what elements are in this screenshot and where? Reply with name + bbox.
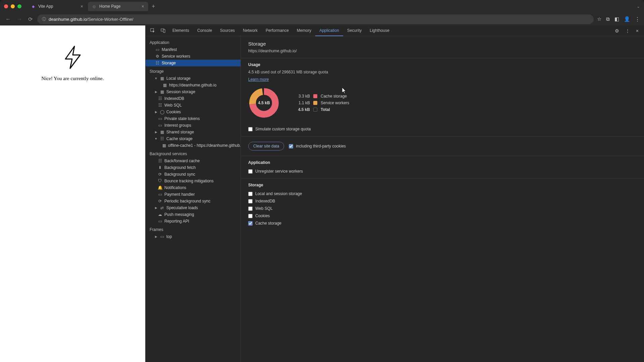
expand-icon[interactable]: ▶ bbox=[154, 206, 158, 209]
side-panel-icon[interactable]: ◧ bbox=[614, 16, 619, 22]
more-icon[interactable]: ⋮ bbox=[623, 27, 632, 35]
sidebar-label: Cookies bbox=[166, 110, 181, 114]
tab-vite-app[interactable]: ◆ Vite App × bbox=[27, 2, 87, 11]
close-tab-icon[interactable]: × bbox=[80, 4, 83, 9]
clear-site-data-button[interactable]: Clear site data bbox=[248, 142, 284, 150]
sidebar-heading-bg-services: Background services bbox=[146, 149, 240, 158]
sidebar-item-local-storage-origin[interactable]: ▦https://deanhume.github.io bbox=[146, 82, 240, 88]
inspect-element-icon[interactable] bbox=[148, 26, 158, 35]
sidebar-item-payment-handler[interactable]: ▭Payment handler bbox=[146, 191, 240, 198]
checkbox-input[interactable] bbox=[248, 206, 253, 211]
menu-icon[interactable]: ⋮ bbox=[635, 16, 640, 22]
settings-icon[interactable]: ⚙ bbox=[613, 27, 621, 35]
tab-memory[interactable]: Memory bbox=[293, 25, 315, 36]
tab-sources[interactable]: Sources bbox=[216, 25, 239, 36]
cache-storage-checkbox[interactable]: Cache storage bbox=[248, 220, 637, 227]
new-tab-button[interactable]: + bbox=[149, 3, 158, 10]
divider bbox=[241, 156, 644, 156]
sidebar-item-cache-entry[interactable]: ▦offline-cache1 - https://deanhume.githu… bbox=[146, 142, 240, 149]
checkbox-input[interactable] bbox=[248, 199, 253, 203]
expand-icon[interactable]: ▶ bbox=[154, 90, 158, 94]
back-button[interactable]: ← bbox=[4, 15, 12, 23]
favicon-icon: ◆ bbox=[31, 4, 36, 9]
simulate-quota-checkbox[interactable]: Simulate custom storage quota bbox=[248, 125, 637, 133]
minimize-window-button[interactable] bbox=[11, 4, 15, 8]
local-session-checkbox[interactable]: Local and session storage bbox=[248, 190, 637, 197]
tab-title: Home Page bbox=[99, 4, 139, 9]
tab-home-page[interactable]: ◎ Home Page × bbox=[88, 2, 148, 11]
sidebar-item-cache-storage[interactable]: ▼☷Cache storage bbox=[146, 135, 240, 142]
sidebar-item-shared-storage[interactable]: ▶▦Shared storage bbox=[146, 129, 240, 135]
tab-security[interactable]: Security bbox=[343, 25, 366, 36]
sidebar-label: Background fetch bbox=[164, 165, 196, 170]
expand-icon[interactable]: ▼ bbox=[154, 137, 158, 140]
sidebar-item-cookies[interactable]: ▶◯Cookies bbox=[146, 109, 240, 115]
expand-icon[interactable]: ▼ bbox=[154, 77, 158, 80]
reload-button[interactable]: ⟳ bbox=[27, 15, 34, 24]
tab-application[interactable]: Application bbox=[315, 25, 343, 36]
learn-more-link[interactable]: Learn more bbox=[248, 77, 269, 82]
chevron-down-icon[interactable]: ⌄ bbox=[637, 4, 640, 9]
tab-performance[interactable]: Performance bbox=[262, 25, 293, 36]
url-input[interactable]: ⓘ deanhume.github.io/Service-Worker-Offl… bbox=[37, 14, 594, 24]
bookmark-icon[interactable]: ☆ bbox=[597, 16, 601, 22]
close-window-button[interactable] bbox=[4, 4, 8, 8]
usage-legend: 3.3 kB Cache storage 1.1 kB Service work… bbox=[293, 93, 349, 113]
sidebar-label: Payment handler bbox=[164, 192, 195, 197]
close-devtools-icon[interactable]: × bbox=[634, 27, 641, 35]
legend-label: Cache storage bbox=[321, 94, 347, 99]
sidebar-item-notifications[interactable]: 🔔Notifications bbox=[146, 184, 240, 191]
sidebar-item-indexeddb[interactable]: ☷IndexedDB bbox=[146, 95, 240, 102]
sidebar-item-push-messaging[interactable]: ☁Push messaging bbox=[146, 211, 240, 218]
usage-heading: Usage bbox=[248, 62, 637, 67]
checkbox-input[interactable] bbox=[248, 214, 253, 218]
tab-console[interactable]: Console bbox=[193, 25, 216, 36]
cookies-checkbox[interactable]: Cookies bbox=[248, 212, 637, 220]
checkbox-input[interactable] bbox=[248, 192, 253, 196]
sidebar-item-websql[interactable]: ☷Web SQL bbox=[146, 102, 240, 109]
profile-icon[interactable]: 👤 bbox=[624, 16, 630, 22]
expand-icon[interactable]: ▶ bbox=[154, 235, 158, 238]
forward-button[interactable]: → bbox=[15, 15, 23, 23]
sidebar-item-bounce-tracking[interactable]: ⛉Bounce tracking mitigations bbox=[146, 178, 240, 184]
expand-icon[interactable]: ▶ bbox=[154, 110, 158, 114]
checkbox-input[interactable] bbox=[248, 221, 253, 226]
sidebar-item-back-forward-cache[interactable]: ☷Back/forward cache bbox=[146, 158, 240, 164]
sidebar-item-reporting-api[interactable]: ▭Reporting API bbox=[146, 218, 240, 225]
checkbox-input[interactable] bbox=[248, 169, 253, 174]
sidebar-item-background-sync[interactable]: ⟳Background sync bbox=[146, 171, 240, 178]
tab-network[interactable]: Network bbox=[239, 25, 262, 36]
device-toolbar-icon[interactable] bbox=[158, 26, 168, 35]
sidebar-item-background-fetch[interactable]: ⬇Background fetch bbox=[146, 164, 240, 171]
sidebar-label: Back/forward cache bbox=[164, 159, 200, 163]
checkbox-input[interactable] bbox=[289, 144, 293, 148]
websql-checkbox[interactable]: Web SQL bbox=[248, 205, 637, 212]
sidebar-item-frame-top[interactable]: ▶▭top bbox=[146, 233, 240, 240]
sidebar-item-storage[interactable]: ☷Storage bbox=[146, 60, 240, 66]
checkbox-input[interactable] bbox=[248, 127, 253, 131]
maximize-window-button[interactable] bbox=[17, 4, 21, 8]
sidebar-label: Push messaging bbox=[164, 212, 194, 217]
tab-lighthouse[interactable]: Lighthouse bbox=[366, 25, 393, 36]
sidebar-item-private-state-tokens[interactable]: ▭Private state tokens bbox=[146, 115, 240, 122]
expand-icon[interactable]: ▶ bbox=[154, 130, 158, 134]
database-icon: ☷ bbox=[158, 96, 162, 101]
legend-label: Total bbox=[321, 107, 330, 112]
unregister-sw-checkbox[interactable]: Unregister service workers bbox=[248, 168, 637, 175]
extensions-icon[interactable]: ⧉ bbox=[606, 16, 610, 22]
indexeddb-checkbox[interactable]: IndexedDB bbox=[248, 197, 637, 205]
gear-icon: ⚙ bbox=[155, 54, 160, 59]
sidebar-item-periodic-sync[interactable]: ⟳Periodic background sync bbox=[146, 198, 240, 204]
site-info-icon[interactable]: ⓘ bbox=[42, 16, 46, 22]
close-tab-icon[interactable]: × bbox=[142, 4, 144, 9]
sidebar-item-service-workers[interactable]: ⚙Service workers bbox=[146, 53, 240, 60]
sidebar-label: Interest groups bbox=[164, 123, 191, 128]
sidebar-item-interest-groups[interactable]: ▭Interest groups bbox=[146, 122, 240, 129]
sidebar-item-manifest[interactable]: ▭Manifest bbox=[146, 46, 240, 53]
sidebar-item-session-storage[interactable]: ▶▦Session storage bbox=[146, 88, 240, 95]
sidebar-item-speculative-loads[interactable]: ▶⇄Speculative loads bbox=[146, 204, 240, 211]
third-party-cookies-checkbox[interactable]: including third-party cookies bbox=[289, 142, 346, 150]
checkbox-label: including third-party cookies bbox=[296, 144, 346, 148]
sidebar-item-local-storage[interactable]: ▼▦Local storage bbox=[146, 75, 240, 82]
tab-elements[interactable]: Elements bbox=[168, 25, 193, 36]
